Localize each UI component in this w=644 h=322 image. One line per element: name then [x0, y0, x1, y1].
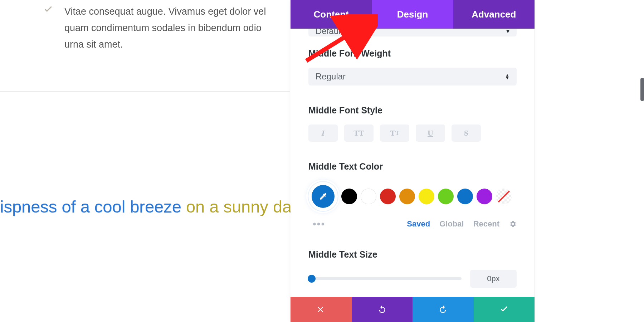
- label-text-size: Middle Text Size: [308, 249, 517, 260]
- tab-advanced[interactable]: Advanced: [453, 0, 535, 29]
- swatch-orange[interactable]: [399, 189, 415, 204]
- eyedropper-icon: [312, 185, 335, 208]
- tab-design[interactable]: Design: [372, 0, 453, 29]
- palette-tab-saved[interactable]: Saved: [407, 219, 430, 229]
- confirm-button[interactable]: [474, 297, 535, 322]
- preview-blue-span: ispness of a cool breeze: [0, 197, 186, 216]
- partial-select-value: Default: [316, 29, 343, 36]
- label-font-style: Middle Font Style: [308, 105, 517, 116]
- text-size-input[interactable]: 0px: [470, 270, 517, 288]
- preview-heading: ispness of a cool breeze on a sunny day: [0, 197, 293, 216]
- check-icon: [499, 304, 509, 314]
- style-strike-button[interactable]: S: [452, 125, 481, 142]
- swatch-none[interactable]: [496, 189, 512, 204]
- font-weight-select[interactable]: Regular ▲▼: [308, 68, 517, 86]
- color-picker-selected[interactable]: [308, 182, 338, 211]
- palette-meta-row: ••• Saved Global Recent: [308, 218, 517, 230]
- close-icon: [317, 305, 325, 314]
- style-underline-button[interactable]: U: [416, 125, 445, 142]
- check-icon: [43, 4, 64, 53]
- page-preview-area: Vitae consequat augue. Vivamus eget dolo…: [0, 0, 290, 322]
- scrollbar-thumb[interactable]: [640, 78, 644, 101]
- undo-button[interactable]: [352, 297, 413, 322]
- swatch-black[interactable]: [341, 189, 357, 204]
- font-weight-value: Regular: [316, 72, 346, 82]
- style-italic-button[interactable]: I: [308, 125, 338, 142]
- preview-olive-span: on a sunny day: [186, 197, 293, 216]
- redo-button[interactable]: [413, 297, 474, 322]
- label-text-color: Middle Text Color: [308, 161, 517, 172]
- partial-select[interactable]: Default ▾: [308, 29, 517, 36]
- cancel-button[interactable]: [291, 297, 352, 322]
- sort-icon: ▲▼: [505, 74, 509, 80]
- undo-icon: [377, 305, 387, 314]
- color-swatch-row: [308, 182, 517, 211]
- swatch-blue[interactable]: [457, 189, 473, 204]
- palette-tab-recent[interactable]: Recent: [473, 219, 499, 229]
- palette-tab-global[interactable]: Global: [439, 219, 464, 229]
- action-bar: [291, 297, 535, 322]
- font-style-buttons: I TT TT U S: [308, 125, 517, 142]
- gear-icon[interactable]: [509, 220, 517, 228]
- swatch-red[interactable]: [380, 189, 396, 204]
- label-font-weight: Middle Font Weight: [308, 48, 517, 59]
- slider-thumb[interactable]: [308, 275, 316, 283]
- swatch-yellow[interactable]: [419, 189, 434, 204]
- more-dots-icon[interactable]: •••: [308, 218, 325, 230]
- settings-panel: Content Design Advanced Default ▾ Middle…: [291, 0, 535, 322]
- panel-body: Default ▾ Middle Font Weight Regular ▲▼ …: [291, 29, 535, 297]
- text-size-slider[interactable]: [308, 277, 462, 280]
- tab-content[interactable]: Content: [291, 0, 372, 29]
- swatch-purple[interactable]: [477, 189, 492, 204]
- divider: [0, 91, 290, 92]
- text-size-control: 0px: [308, 270, 517, 288]
- bullet-item: Vitae consequat augue. Vivamus eget dolo…: [43, 4, 275, 53]
- swatch-white[interactable]: [361, 189, 376, 204]
- tab-bar: Content Design Advanced: [291, 0, 535, 29]
- style-uppercase-button[interactable]: TT: [344, 125, 374, 142]
- style-smallcaps-button[interactable]: TT: [380, 125, 409, 142]
- swatch-green[interactable]: [438, 189, 454, 204]
- chevron-down-icon: ▾: [506, 29, 509, 35]
- right-gutter: [535, 0, 644, 322]
- redo-icon: [438, 305, 448, 314]
- bullet-text: Vitae consequat augue. Vivamus eget dolo…: [64, 4, 275, 53]
